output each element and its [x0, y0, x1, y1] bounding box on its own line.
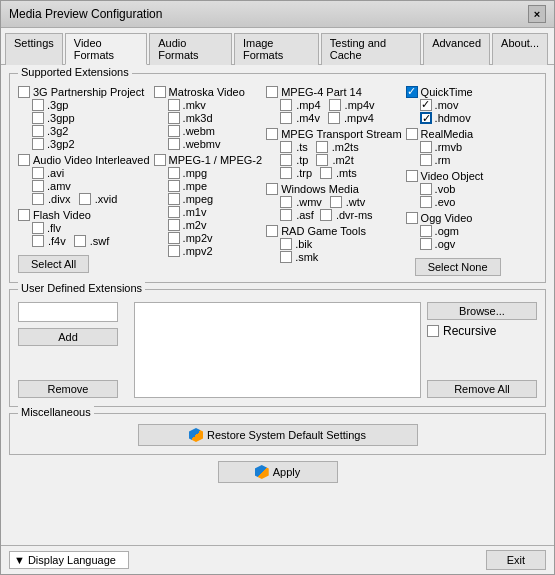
item-webmv: .webmv: [154, 138, 263, 150]
supported-extensions-label: Supported Extensions: [18, 66, 132, 78]
apply-shield-icon: [255, 465, 269, 479]
chk-trp[interactable]: [280, 167, 292, 179]
chk-3gp[interactable]: [32, 99, 44, 111]
chk-webmv[interactable]: [168, 138, 180, 150]
chk-flash[interactable]: [18, 209, 30, 221]
chk-mts[interactable]: [320, 167, 332, 179]
chk-m1v[interactable]: [168, 206, 180, 218]
select-none-button[interactable]: Select None: [415, 258, 501, 276]
chk-mpe[interactable]: [168, 180, 180, 192]
chk-3g[interactable]: [18, 86, 30, 98]
chk-mpv4[interactable]: [328, 112, 340, 124]
exit-button[interactable]: Exit: [486, 550, 546, 570]
chk-wmv-group[interactable]: [266, 183, 278, 195]
user-defined-label: User Defined Extensions: [18, 282, 145, 294]
chk-swf[interactable]: [74, 235, 86, 247]
chk-divx[interactable]: [32, 193, 44, 205]
tab-testing-cache[interactable]: Testing and Cache: [321, 33, 421, 65]
recursive-row: Recursive: [427, 324, 537, 338]
item-mov: .mov: [406, 99, 501, 111]
tab-audio-formats[interactable]: Audio Formats: [149, 33, 232, 65]
group-mpeg12-label: MPEG-1 / MPEG-2: [169, 154, 263, 166]
chk-vob[interactable]: [406, 170, 418, 182]
chk-3gpp[interactable]: [32, 112, 44, 124]
chk-qt[interactable]: [406, 86, 418, 98]
item-asf-dvr: .asf .dvr-ms: [266, 209, 401, 221]
chk-webm[interactable]: [168, 125, 180, 137]
chk-ogm[interactable]: [420, 225, 432, 237]
chk-mp2v[interactable]: [168, 232, 180, 244]
group-rad-label: RAD Game Tools: [281, 225, 366, 237]
chk-ts[interactable]: [280, 141, 292, 153]
chk-smk[interactable]: [280, 251, 292, 263]
chk-wmv[interactable]: [280, 196, 292, 208]
chk-m4v[interactable]: [280, 112, 292, 124]
chk-m2t[interactable]: [316, 154, 328, 166]
chk-ogv[interactable]: [420, 238, 432, 250]
chk-mpeg[interactable]: [168, 193, 180, 205]
chk-ogg[interactable]: [406, 212, 418, 224]
ext-col-2: Matroska Video .mkv .mk3d .webm .webmv M…: [154, 84, 263, 276]
tab-about[interactable]: About...: [492, 33, 548, 65]
chk-mpeg12[interactable]: [154, 154, 166, 166]
chk-3g2[interactable]: [32, 125, 44, 137]
user-ext-input[interactable]: [18, 302, 118, 322]
chk-f4v[interactable]: [32, 235, 44, 247]
chk-real[interactable]: [406, 128, 418, 140]
chk-3gp2[interactable]: [32, 138, 44, 150]
group-vob-label: Video Object: [421, 170, 484, 182]
chk-matroska[interactable]: [154, 86, 166, 98]
remove-button[interactable]: Remove: [18, 380, 118, 398]
chk-vob-item[interactable]: [420, 183, 432, 195]
group-mpeg4-label: MPEG-4 Part 14: [281, 86, 362, 98]
chk-m2ts[interactable]: [316, 141, 328, 153]
chk-amv[interactable]: [32, 180, 44, 192]
chk-recursive[interactable]: [427, 325, 439, 337]
chk-mpg[interactable]: [168, 167, 180, 179]
tab-advanced[interactable]: Advanced: [423, 33, 490, 65]
chk-mov[interactable]: [420, 99, 432, 111]
chk-tp[interactable]: [280, 154, 292, 166]
tab-settings[interactable]: Settings: [5, 33, 63, 65]
chk-rmvb[interactable]: [420, 141, 432, 153]
chk-mkv[interactable]: [168, 99, 180, 111]
chk-rm[interactable]: [420, 154, 432, 166]
user-list-box[interactable]: [134, 302, 421, 398]
chk-dvr-ms[interactable]: [320, 209, 332, 221]
chk-wtv[interactable]: [330, 196, 342, 208]
chk-asf[interactable]: [280, 209, 292, 221]
add-button[interactable]: Add: [18, 328, 118, 346]
chk-xvid[interactable]: [79, 193, 91, 205]
chk-evo[interactable]: [420, 196, 432, 208]
group-ogg-label: Ogg Video: [421, 212, 473, 224]
chk-m2v[interactable]: [168, 219, 180, 231]
apply-button[interactable]: Apply: [218, 461, 338, 483]
group-real: RealMedia: [406, 128, 501, 140]
select-all-button[interactable]: Select All: [18, 255, 89, 273]
item-3gp: .3gp: [18, 99, 150, 111]
restore-button[interactable]: Restore System Default Settings: [138, 424, 418, 446]
group-3g-label: 3G Partnership Project: [33, 86, 144, 98]
item-ts-m2ts: .ts .m2ts: [266, 141, 401, 153]
chk-mpeg4[interactable]: [266, 86, 278, 98]
chk-avi[interactable]: [32, 167, 44, 179]
tab-video-formats[interactable]: Video Formats: [65, 33, 147, 65]
language-selector[interactable]: ▼ Display Language: [9, 551, 129, 569]
tab-image-formats[interactable]: Image Formats: [234, 33, 319, 65]
chk-mk3d[interactable]: [168, 112, 180, 124]
chk-hdmov[interactable]: [420, 112, 432, 124]
chk-rad[interactable]: [266, 225, 278, 237]
close-button[interactable]: ×: [528, 5, 546, 23]
chk-flv[interactable]: [32, 222, 44, 234]
chk-mp4[interactable]: [280, 99, 292, 111]
chk-mpv2[interactable]: [168, 245, 180, 257]
chk-bik[interactable]: [280, 238, 292, 250]
chk-mts-group[interactable]: [266, 128, 278, 140]
remove-all-button[interactable]: Remove All: [427, 380, 537, 398]
user-list-col: [134, 302, 421, 398]
footer: ▼ Display Language Exit: [1, 545, 554, 574]
browse-button[interactable]: Browse...: [427, 302, 537, 320]
item-smk: .smk: [266, 251, 401, 263]
chk-mp4v[interactable]: [329, 99, 341, 111]
chk-avi-group[interactable]: [18, 154, 30, 166]
